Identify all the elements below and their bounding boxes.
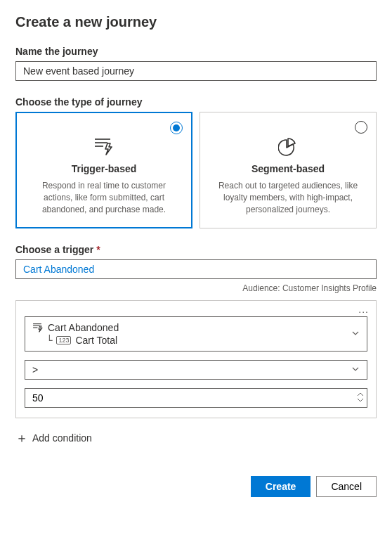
add-condition-button[interactable]: ＋ Add condition xyxy=(15,428,377,448)
attr-child: Cart Total xyxy=(75,335,117,346)
segment-card-title: Segment-based xyxy=(213,163,363,174)
cancel-button[interactable]: Cancel xyxy=(316,476,377,497)
chevron-down-icon xyxy=(351,364,360,375)
condition-panel: ... Cart Abandoned └ 123 Cart Total xyxy=(15,300,377,418)
segment-card-desc: Reach out to targeted audiences, like lo… xyxy=(213,180,363,215)
trigger-icon xyxy=(93,136,115,156)
segment-icon xyxy=(277,136,299,156)
type-label: Choose the type of journey xyxy=(15,96,377,108)
spinner-up[interactable] xyxy=(357,392,364,398)
radio-segment[interactable] xyxy=(355,121,367,134)
trigger-input[interactable] xyxy=(15,259,377,279)
radio-trigger[interactable] xyxy=(170,122,183,134)
number-type-icon: 123 xyxy=(56,336,71,344)
footer-buttons: Create Cancel xyxy=(15,476,377,497)
tree-branch-icon: └ xyxy=(46,335,52,346)
trigger-label: Choose a trigger * xyxy=(15,244,377,255)
chevron-down-icon xyxy=(351,328,360,340)
segment-based-card[interactable]: Segment-based Reach out to targeted audi… xyxy=(200,112,377,228)
plus-icon: ＋ xyxy=(15,430,27,446)
value-input-wrap xyxy=(25,388,367,408)
trigger-card-title: Trigger-based xyxy=(29,163,179,174)
spinner-down[interactable] xyxy=(357,398,364,404)
add-condition-label: Add condition xyxy=(32,432,92,444)
trigger-small-icon xyxy=(32,323,44,333)
create-button[interactable]: Create xyxy=(251,476,311,497)
value-input[interactable] xyxy=(25,389,354,407)
trigger-card-desc: Respond in real time to customer actions… xyxy=(29,180,179,215)
operator-selector[interactable]: > xyxy=(25,360,367,380)
journey-type-row: Trigger-based Respond in real time to cu… xyxy=(15,112,377,228)
name-label: Name the journey xyxy=(15,46,377,57)
page-title: Create a new journey xyxy=(15,14,377,30)
more-icon[interactable]: ... xyxy=(358,304,369,315)
attribute-selector[interactable]: Cart Abandoned └ 123 Cart Total xyxy=(25,316,367,352)
spinner xyxy=(354,389,367,407)
audience-text: Audience: Customer Insights Profile xyxy=(15,283,377,293)
attr-parent: Cart Abandoned xyxy=(48,322,119,333)
operator-value: > xyxy=(32,364,38,375)
trigger-based-card[interactable]: Trigger-based Respond in real time to cu… xyxy=(15,112,192,228)
required-marker: * xyxy=(96,244,100,255)
journey-name-input[interactable] xyxy=(15,61,377,81)
